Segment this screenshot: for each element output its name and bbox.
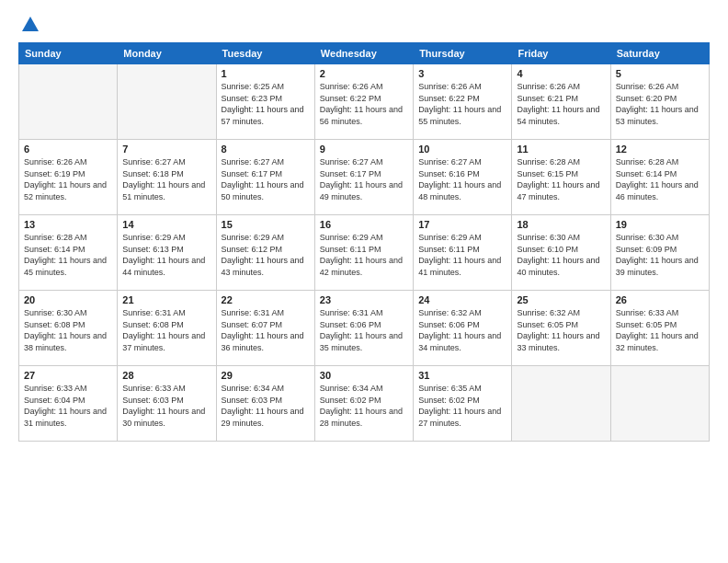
- calendar-cell: 19Sunrise: 6:30 AM Sunset: 6:09 PM Dayli…: [610, 215, 709, 291]
- calendar-cell: 11Sunrise: 6:28 AM Sunset: 6:15 PM Dayli…: [512, 140, 610, 215]
- day-number: 2: [320, 68, 408, 79]
- weekday-header-monday: Monday: [118, 43, 216, 64]
- day-number: 20: [24, 294, 112, 305]
- svg-marker-0: [22, 17, 39, 31]
- calendar-cell: 29Sunrise: 6:34 AM Sunset: 6:03 PM Dayli…: [216, 366, 314, 442]
- day-info: Sunrise: 6:31 AM Sunset: 6:08 PM Dayligh…: [122, 307, 210, 353]
- day-number: 19: [616, 219, 704, 230]
- calendar-cell: [118, 64, 216, 140]
- day-info: Sunrise: 6:27 AM Sunset: 6:17 PM Dayligh…: [222, 156, 310, 202]
- weekday-header-friday: Friday: [512, 43, 610, 64]
- calendar-cell: 17Sunrise: 6:29 AM Sunset: 6:11 PM Dayli…: [414, 215, 512, 291]
- weekday-header-thursday: Thursday: [414, 43, 512, 64]
- logo-icon: [20, 15, 40, 35]
- day-info: Sunrise: 6:30 AM Sunset: 6:08 PM Dayligh…: [24, 307, 112, 353]
- logo: [18, 15, 40, 35]
- day-number: 30: [320, 370, 408, 381]
- day-info: Sunrise: 6:32 AM Sunset: 6:05 PM Dayligh…: [517, 307, 605, 353]
- day-info: Sunrise: 6:34 AM Sunset: 6:03 PM Dayligh…: [222, 383, 310, 429]
- day-info: Sunrise: 6:27 AM Sunset: 6:16 PM Dayligh…: [418, 156, 506, 202]
- day-number: 5: [616, 68, 704, 79]
- calendar-cell: 31Sunrise: 6:35 AM Sunset: 6:02 PM Dayli…: [414, 366, 512, 442]
- calendar-cell: 22Sunrise: 6:31 AM Sunset: 6:07 PM Dayli…: [216, 291, 314, 366]
- day-info: Sunrise: 6:32 AM Sunset: 6:06 PM Dayligh…: [418, 307, 506, 353]
- day-number: 18: [517, 219, 605, 230]
- day-info: Sunrise: 6:28 AM Sunset: 6:14 PM Dayligh…: [24, 232, 112, 278]
- calendar-week-3: 13Sunrise: 6:28 AM Sunset: 6:14 PM Dayli…: [19, 215, 710, 291]
- day-info: Sunrise: 6:29 AM Sunset: 6:12 PM Dayligh…: [222, 232, 310, 278]
- calendar-week-5: 27Sunrise: 6:33 AM Sunset: 6:04 PM Dayli…: [19, 366, 710, 442]
- day-number: 27: [24, 370, 112, 381]
- day-info: Sunrise: 6:30 AM Sunset: 6:10 PM Dayligh…: [517, 232, 605, 278]
- calendar-cell: 13Sunrise: 6:28 AM Sunset: 6:14 PM Dayli…: [19, 215, 118, 291]
- calendar-cell: 5Sunrise: 6:26 AM Sunset: 6:20 PM Daylig…: [610, 64, 709, 140]
- day-number: 26: [616, 294, 704, 305]
- calendar-cell: 12Sunrise: 6:28 AM Sunset: 6:14 PM Dayli…: [610, 140, 709, 215]
- day-info: Sunrise: 6:29 AM Sunset: 6:11 PM Dayligh…: [320, 232, 408, 278]
- day-number: 24: [418, 294, 506, 305]
- day-number: 16: [320, 219, 408, 230]
- weekday-header-sunday: Sunday: [19, 43, 118, 64]
- calendar-cell: 25Sunrise: 6:32 AM Sunset: 6:05 PM Dayli…: [512, 291, 610, 366]
- day-info: Sunrise: 6:27 AM Sunset: 6:18 PM Dayligh…: [122, 156, 210, 202]
- day-info: Sunrise: 6:33 AM Sunset: 6:05 PM Dayligh…: [616, 307, 704, 353]
- calendar-cell: 6Sunrise: 6:26 AM Sunset: 6:19 PM Daylig…: [19, 140, 118, 215]
- calendar-cell: 27Sunrise: 6:33 AM Sunset: 6:04 PM Dayli…: [19, 366, 118, 442]
- day-info: Sunrise: 6:31 AM Sunset: 6:07 PM Dayligh…: [222, 307, 310, 353]
- day-info: Sunrise: 6:33 AM Sunset: 6:04 PM Dayligh…: [24, 383, 112, 429]
- weekday-header-saturday: Saturday: [610, 43, 709, 64]
- calendar-cell: 16Sunrise: 6:29 AM Sunset: 6:11 PM Dayli…: [314, 215, 413, 291]
- day-number: 7: [122, 144, 210, 155]
- day-number: 28: [122, 370, 210, 381]
- day-number: 17: [418, 219, 506, 230]
- day-number: 13: [24, 219, 112, 230]
- calendar-cell: 28Sunrise: 6:33 AM Sunset: 6:03 PM Dayli…: [118, 366, 216, 442]
- day-info: Sunrise: 6:31 AM Sunset: 6:06 PM Dayligh…: [320, 307, 408, 353]
- weekday-header-row: SundayMondayTuesdayWednesdayThursdayFrid…: [19, 43, 710, 64]
- calendar-cell: 14Sunrise: 6:29 AM Sunset: 6:13 PM Dayli…: [118, 215, 216, 291]
- calendar-cell: 3Sunrise: 6:26 AM Sunset: 6:22 PM Daylig…: [414, 64, 512, 140]
- day-number: 25: [517, 294, 605, 305]
- day-info: Sunrise: 6:33 AM Sunset: 6:03 PM Dayligh…: [122, 383, 210, 429]
- calendar-table: SundayMondayTuesdayWednesdayThursdayFrid…: [18, 42, 710, 442]
- calendar-cell: 30Sunrise: 6:34 AM Sunset: 6:02 PM Dayli…: [314, 366, 413, 442]
- weekday-header-tuesday: Tuesday: [216, 43, 314, 64]
- calendar-cell: 7Sunrise: 6:27 AM Sunset: 6:18 PM Daylig…: [118, 140, 216, 215]
- day-info: Sunrise: 6:29 AM Sunset: 6:13 PM Dayligh…: [122, 232, 210, 278]
- calendar-cell: 2Sunrise: 6:26 AM Sunset: 6:22 PM Daylig…: [314, 64, 413, 140]
- header: [18, 15, 710, 35]
- day-number: 4: [517, 68, 605, 79]
- day-info: Sunrise: 6:26 AM Sunset: 6:22 PM Dayligh…: [320, 81, 408, 127]
- day-number: 11: [517, 144, 605, 155]
- day-info: Sunrise: 6:29 AM Sunset: 6:11 PM Dayligh…: [418, 232, 506, 278]
- calendar-week-1: 1Sunrise: 6:25 AM Sunset: 6:23 PM Daylig…: [19, 64, 710, 140]
- calendar-cell: 21Sunrise: 6:31 AM Sunset: 6:08 PM Dayli…: [118, 291, 216, 366]
- calendar-cell: [512, 366, 610, 442]
- day-number: 8: [222, 144, 310, 155]
- calendar-cell: 10Sunrise: 6:27 AM Sunset: 6:16 PM Dayli…: [414, 140, 512, 215]
- day-number: 3: [418, 68, 506, 79]
- day-info: Sunrise: 6:35 AM Sunset: 6:02 PM Dayligh…: [418, 383, 506, 429]
- day-number: 10: [418, 144, 506, 155]
- day-number: 23: [320, 294, 408, 305]
- calendar-cell: 26Sunrise: 6:33 AM Sunset: 6:05 PM Dayli…: [610, 291, 709, 366]
- day-number: 14: [122, 219, 210, 230]
- calendar-cell: 20Sunrise: 6:30 AM Sunset: 6:08 PM Dayli…: [19, 291, 118, 366]
- day-info: Sunrise: 6:26 AM Sunset: 6:20 PM Dayligh…: [616, 81, 704, 127]
- calendar-cell: 1Sunrise: 6:25 AM Sunset: 6:23 PM Daylig…: [216, 64, 314, 140]
- day-info: Sunrise: 6:26 AM Sunset: 6:21 PM Dayligh…: [517, 81, 605, 127]
- page: SundayMondayTuesdayWednesdayThursdayFrid…: [0, 0, 728, 563]
- calendar-cell: 4Sunrise: 6:26 AM Sunset: 6:21 PM Daylig…: [512, 64, 610, 140]
- day-info: Sunrise: 6:28 AM Sunset: 6:14 PM Dayligh…: [616, 156, 704, 202]
- calendar-cell: [610, 366, 709, 442]
- calendar-week-4: 20Sunrise: 6:30 AM Sunset: 6:08 PM Dayli…: [19, 291, 710, 366]
- day-number: 12: [616, 144, 704, 155]
- calendar-cell: 23Sunrise: 6:31 AM Sunset: 6:06 PM Dayli…: [314, 291, 413, 366]
- calendar-cell: [19, 64, 118, 140]
- day-info: Sunrise: 6:30 AM Sunset: 6:09 PM Dayligh…: [616, 232, 704, 278]
- calendar-cell: 24Sunrise: 6:32 AM Sunset: 6:06 PM Dayli…: [414, 291, 512, 366]
- day-info: Sunrise: 6:34 AM Sunset: 6:02 PM Dayligh…: [320, 383, 408, 429]
- day-number: 21: [122, 294, 210, 305]
- day-number: 1: [222, 68, 310, 79]
- calendar-cell: 15Sunrise: 6:29 AM Sunset: 6:12 PM Dayli…: [216, 215, 314, 291]
